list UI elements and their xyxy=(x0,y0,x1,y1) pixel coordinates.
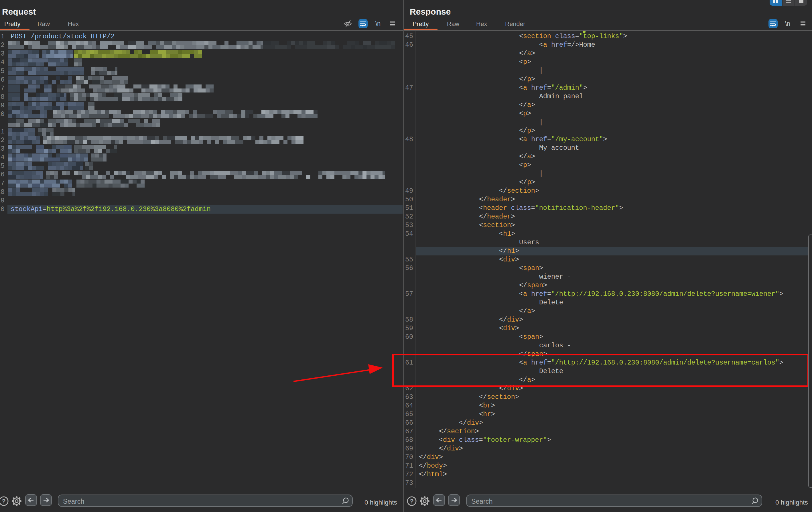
svg-text:?: ? xyxy=(410,498,413,505)
svg-text:?: ? xyxy=(2,498,5,505)
